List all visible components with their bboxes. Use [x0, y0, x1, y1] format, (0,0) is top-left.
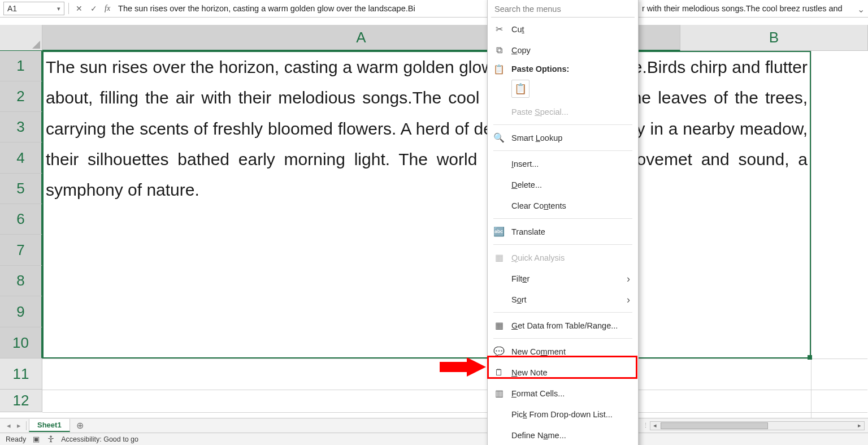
cell-reference: A1	[7, 4, 17, 13]
accessibility-status[interactable]: Accessibility: Good to go	[61, 435, 138, 443]
tab-scroll-left-icon[interactable]: ◂	[3, 421, 14, 431]
menu-copy[interactable]: ⧉ Copy	[488, 40, 638, 61]
spreadsheet: A B 1 2 3 4 5 6 7 8 9 10 11 12 The sun r…	[0, 25, 868, 418]
menu-paste-options-label: 📋 Paste Options:	[488, 61, 638, 77]
paste-icon[interactable]: 📋	[511, 80, 530, 98]
separator	[493, 150, 632, 151]
copy-icon: ⧉	[493, 45, 505, 56]
fx-label[interactable]: fx	[102, 4, 112, 13]
formula-text-left: The sun rises over the horizon, casting …	[118, 4, 415, 13]
svg-point-1	[50, 436, 51, 437]
row-header-7[interactable]: 7	[0, 235, 42, 266]
scissors-icon: ✂	[493, 24, 505, 35]
menu-get-data[interactable]: ▦ Get Data from Table/Range...	[488, 315, 638, 336]
blank-icon	[493, 106, 505, 118]
column-header-b[interactable]: B	[680, 25, 868, 51]
sheet-tab-sheet1[interactable]: Sheet1	[29, 419, 70, 432]
menu-insert[interactable]: Insert...	[488, 153, 638, 174]
menu-delete[interactable]: Delete...	[488, 174, 638, 195]
accessibility-icon[interactable]	[46, 435, 55, 444]
menu-filter[interactable]: Filter	[488, 268, 638, 289]
format-cells-icon: ▥	[493, 388, 505, 399]
formula-overflow-right: r with their melodious songs.The cool br…	[642, 4, 843, 13]
menu-new-note[interactable]: 🗒 New Note	[488, 362, 638, 383]
menu-clear-contents[interactable]: Clear Contents	[488, 195, 638, 216]
scroll-left-arrow-icon[interactable]: ◂	[650, 422, 659, 430]
row-header-9[interactable]: 9	[0, 296, 42, 327]
table-icon: ▦	[493, 320, 505, 331]
menu-cut[interactable]: ✂ Cut	[488, 19, 638, 40]
macro-record-icon[interactable]: ▣	[32, 435, 41, 444]
blank-icon	[493, 273, 505, 284]
menu-quick-analysis[interactable]: ▦ Quick Analysis	[488, 247, 638, 268]
select-all-triangle[interactable]	[0, 25, 42, 51]
row-header-8[interactable]: 8	[0, 266, 42, 296]
accept-formula-icon[interactable]: ✓	[88, 2, 100, 15]
menu-translate[interactable]: 🔤 Translate	[488, 221, 638, 242]
paste-options-row: 📋	[488, 77, 638, 101]
add-sheet-icon[interactable]: ⊕	[73, 419, 87, 433]
blank-icon	[493, 409, 505, 420]
separator	[493, 244, 632, 245]
row-header-3[interactable]: 3	[0, 112, 42, 142]
row-header-5[interactable]: 5	[0, 174, 42, 204]
cancel-formula-icon[interactable]: ✕	[73, 2, 85, 15]
magnifier-icon: 🔍	[493, 132, 505, 144]
row-header-12[interactable]: 12	[0, 390, 42, 412]
separator	[493, 124, 632, 125]
scroll-right-arrow-icon[interactable]: ▸	[855, 422, 864, 430]
divider	[68, 3, 69, 14]
separator	[493, 218, 632, 219]
blank-icon	[493, 294, 505, 305]
status-bar: Ready ▣ Accessibility: Good to go	[0, 433, 868, 445]
divider	[26, 421, 27, 430]
scroll-thumb[interactable]	[661, 422, 768, 429]
context-menu: Search the menus ✂ Cut ⧉ Copy 📋 Paste Op…	[487, 0, 639, 445]
menu-smart-lookup[interactable]: 🔍 Smart Lookup	[488, 127, 638, 148]
blank-icon	[493, 179, 505, 191]
tab-scroll-right-icon[interactable]: ▸	[14, 421, 24, 431]
chevron-down-icon: ▾	[57, 5, 60, 12]
row-header-1[interactable]: 1	[0, 51, 42, 81]
tab-resize-grip-icon[interactable]: ⋮	[641, 422, 650, 429]
blank-icon	[493, 200, 505, 211]
menu-format-cells[interactable]: ▥ Format Cells...	[488, 383, 638, 404]
fill-handle[interactable]	[808, 355, 812, 360]
name-box[interactable]: A1 ▾	[3, 2, 64, 15]
grid-cells[interactable]: The sun rises over the horizon, casting …	[42, 51, 868, 418]
menu-new-comment[interactable]: 💬 New Comment	[488, 341, 638, 362]
comment-icon: 💬	[493, 346, 505, 357]
translate-icon: 🔤	[493, 226, 505, 237]
sheet-tab-bar: ◂ ▸ Sheet1 ⊕ ⋮ ◂ ▸	[0, 418, 868, 433]
row-header-11[interactable]: 11	[0, 358, 42, 390]
horizontal-scrollbar[interactable]: ◂ ▸	[650, 421, 865, 430]
menu-search-input[interactable]: Search the menus	[491, 1, 635, 18]
clipboard-icon: 📋	[493, 63, 505, 75]
status-ready: Ready	[6, 435, 26, 443]
paste-options-label: Paste Options:	[511, 64, 569, 74]
menu-define-name[interactable]: Define Name...	[488, 425, 638, 445]
row-headers: 1 2 3 4 5 6 7 8 9 10 11 12	[0, 51, 42, 418]
cell-a1-content[interactable]: The sun rises over the horizon, casting …	[46, 52, 810, 244]
column-headers: A B	[42, 25, 868, 51]
row-header-6[interactable]: 6	[0, 204, 42, 235]
blank-icon	[493, 430, 505, 441]
menu-pick-list[interactable]: Pick From Drop-down List...	[488, 404, 638, 425]
expand-formula-bar-icon[interactable]: ⌄	[856, 3, 866, 15]
separator	[493, 312, 632, 313]
translate-label: Translate	[511, 227, 545, 236]
row-header-2[interactable]: 2	[0, 81, 42, 112]
separator	[493, 338, 632, 339]
menu-sort[interactable]: Sort	[488, 289, 638, 310]
row-header-10[interactable]: 10	[0, 327, 42, 358]
quick-analysis-icon: ▦	[493, 252, 505, 263]
note-icon: 🗒	[493, 367, 505, 378]
row-header-4[interactable]: 4	[0, 142, 42, 174]
menu-paste-special[interactable]: Paste Special...	[488, 101, 638, 122]
blank-icon	[493, 158, 505, 170]
